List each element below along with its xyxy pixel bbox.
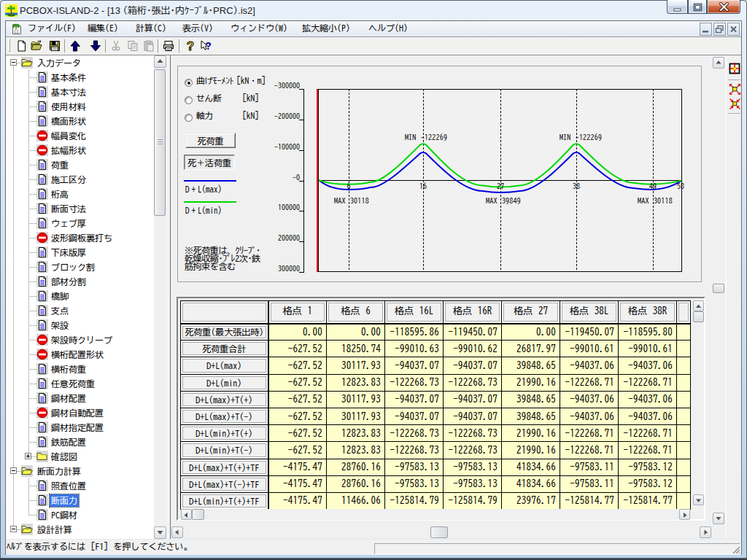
svg-text:?: ? bbox=[205, 40, 212, 52]
svg-text:?: ? bbox=[187, 40, 194, 52]
